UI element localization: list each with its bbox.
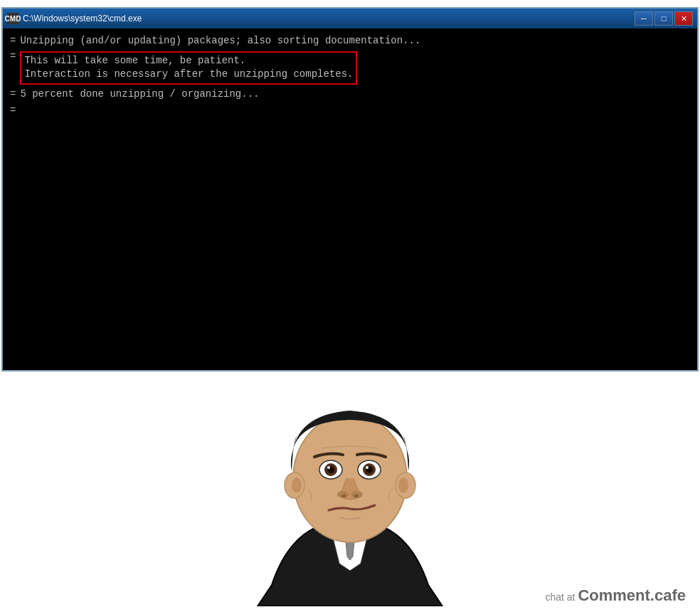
terminal-cursor-line: = [10, 104, 690, 118]
maximize-button[interactable]: □ [654, 11, 673, 26]
terminal-body: = Unzipping (and/or updating) packages; … [3, 28, 697, 370]
svg-point-9 [327, 466, 330, 469]
prompt-1: = [10, 34, 16, 48]
close-button[interactable]: ✕ [674, 11, 693, 26]
terminal-line-2: = This will take some time, be patient. … [10, 50, 690, 86]
terminal-line-3: = 5 percent done unzipping / organizing.… [10, 88, 690, 102]
terminal-text-1: Unzipping (and/or updating) packages; al… [20, 34, 420, 48]
svg-point-3 [292, 478, 302, 493]
watermark-prefix: chat at [545, 591, 575, 603]
meme-face-svg [229, 379, 471, 606]
cmd-titlebar: CMD C:\Windows\system32\cmd.exe ─ □ ✕ [3, 9, 697, 28]
highlighted-warning-box: This will take some time, be patient. In… [20, 51, 357, 85]
svg-point-5 [398, 478, 408, 493]
window-title: C:\Windows\system32\cmd.exe [23, 14, 142, 23]
titlebar-left: CMD C:\Windows\system32\cmd.exe [7, 13, 142, 24]
terminal-line-1: = Unzipping (and/or updating) packages; … [10, 34, 690, 48]
cmd-icon-label: CMD [5, 15, 21, 23]
window-controls: ─ □ ✕ [635, 11, 693, 26]
svg-point-13 [366, 466, 368, 469]
terminal-text-2a: This will take some time, be patient. [24, 54, 353, 68]
svg-point-17 [354, 495, 359, 498]
watermark: chat at Comment.cafe [545, 586, 686, 605]
terminal-text-3: 5 percent done unzipping / organizing... [20, 88, 259, 102]
meme-face-image [229, 379, 471, 606]
cmd-icon: CMD [7, 13, 18, 24]
terminal-text-2b: Interaction is necessary after the unzip… [24, 68, 353, 82]
svg-point-16 [341, 495, 346, 498]
prompt-3: = [10, 88, 16, 102]
watermark-brand: Comment.cafe [578, 586, 686, 604]
meme-section: chat at Comment.cafe [0, 371, 700, 612]
minimize-button[interactable]: ─ [635, 11, 653, 26]
cmd-window: CMD C:\Windows\system32\cmd.exe ─ □ ✕ = … [1, 7, 699, 371]
prompt-2: = [10, 50, 16, 64]
prompt-cursor: = [10, 104, 16, 118]
